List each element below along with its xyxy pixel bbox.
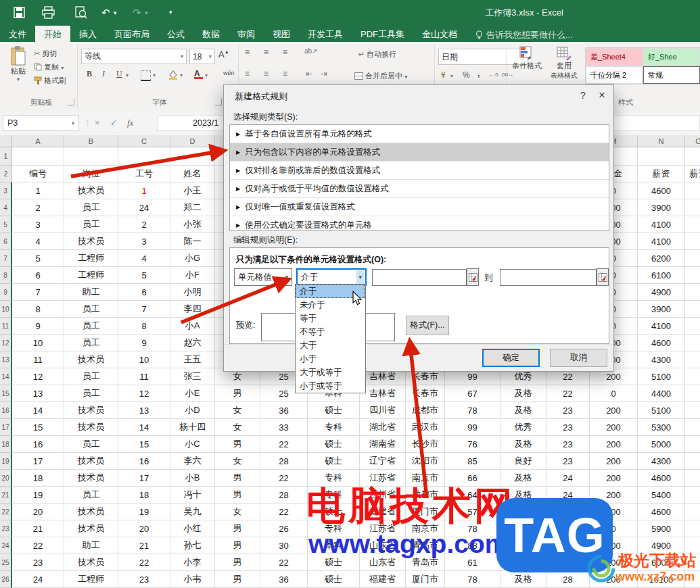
col-header-A[interactable]: A <box>12 135 64 147</box>
row-header-3[interactable]: 3 <box>0 182 12 199</box>
grid-cell-H15[interactable]: 吉林省 <box>360 385 406 402</box>
grid-cell-D22[interactable]: 吴九 <box>170 504 215 520</box>
grid-cell-D25[interactable]: 小李 <box>170 554 215 571</box>
increase-indent-icon[interactable]: ⇥ <box>321 69 327 78</box>
grid-cell-O22[interactable] <box>685 504 700 520</box>
grid-cell-M18[interactable]: 200 <box>590 436 638 453</box>
grid-cell-O7[interactable] <box>685 250 700 267</box>
grid-cell-B21[interactable]: 员工 <box>64 487 118 504</box>
grid-cell-E23[interactable]: 男 <box>215 520 260 537</box>
grid-cell-O4[interactable] <box>685 199 700 216</box>
row-header-22[interactable]: 22 <box>0 504 12 520</box>
grid-cell-N22[interactable]: 4600 <box>638 504 685 520</box>
grid-cell-O8[interactable] <box>685 267 700 284</box>
grid-cell-O20[interactable] <box>685 470 700 487</box>
grid-cell-D13[interactable]: 王五 <box>170 351 215 368</box>
grid-cell-E21[interactable]: 男 <box>215 487 260 504</box>
grid-cell-D16[interactable]: 小D <box>170 402 215 419</box>
grid-cell-A4[interactable]: 2 <box>12 199 64 216</box>
grid-cell-O12[interactable] <box>685 335 700 351</box>
grid-cell-E20[interactable]: 男 <box>215 470 260 487</box>
row-header-5[interactable]: 5 <box>0 216 12 233</box>
grid-cell-A18[interactable]: 16 <box>12 436 64 453</box>
grid-cell-A11[interactable]: 9 <box>12 318 64 335</box>
grid-cell-B3[interactable]: 技术员 <box>64 182 118 199</box>
grid-cell-O17[interactable] <box>685 419 700 436</box>
grid-cell-B15[interactable]: 员工 <box>64 385 118 402</box>
grid-cell-B22[interactable]: 技术员 <box>64 504 118 520</box>
qat-customize-icon[interactable]: ▾ <box>169 9 172 16</box>
tab-7[interactable]: 视图 <box>264 26 299 42</box>
grid-cell-D15[interactable]: 小E <box>170 385 215 402</box>
grid-cell-O11[interactable] <box>685 318 700 335</box>
grid-cell-C7[interactable]: 4 <box>118 250 170 267</box>
grid-cell-M15[interactable]: 0 <box>590 385 638 402</box>
grid-cell-D5[interactable]: 小张 <box>170 216 215 233</box>
grid-cell-B6[interactable]: 技术员 <box>64 233 118 250</box>
grid-cell-E22[interactable]: 女 <box>215 504 260 520</box>
paste-button[interactable]: 粘贴 ▾ <box>5 46 31 82</box>
grid-cell-B17[interactable]: 技术员 <box>64 419 118 436</box>
grid-cell-O23[interactable] <box>685 520 700 537</box>
grid-cell-N1[interactable] <box>638 147 685 166</box>
grid-cell-C10[interactable]: 7 <box>118 301 170 318</box>
row-header-11[interactable]: 11 <box>0 318 12 335</box>
grid-cell-I19[interactable]: 沈阳市 <box>406 453 445 470</box>
col-header-N[interactable]: N <box>638 135 685 147</box>
grid-cell-C2[interactable]: 工号 <box>118 166 170 182</box>
align-center-icon[interactable]: ≡ <box>264 69 271 78</box>
grid-cell-B20[interactable]: 技术员 <box>64 470 118 487</box>
merge-center-button[interactable]: 合并后居中 ▾ <box>354 71 407 81</box>
grid-cell-D14[interactable]: 张三 <box>170 368 215 385</box>
row-header-17[interactable]: 17 <box>0 419 12 436</box>
grid-cell-F17[interactable]: 33 <box>260 419 308 436</box>
underline-icon[interactable]: U <box>116 69 122 79</box>
grid-cell-K26[interactable]: 及格 <box>500 571 546 588</box>
grid-cell-B11[interactable]: 员工 <box>64 318 118 335</box>
fill-color-icon[interactable] <box>168 69 179 80</box>
grid-cell-B26[interactable]: 工程师 <box>64 571 118 588</box>
grid-cell-C14[interactable]: 11 <box>118 368 170 385</box>
grid-cell-F26[interactable]: 36 <box>260 571 308 588</box>
copy-button[interactable]: 复制 ▾ <box>34 62 64 72</box>
grid-cell-H19[interactable]: 辽宁省 <box>360 453 406 470</box>
align-right-icon[interactable]: ≡ <box>283 69 289 78</box>
grid-cell-A5[interactable]: 3 <box>12 216 64 233</box>
tab-4[interactable]: 公式 <box>158 26 193 42</box>
ok-button[interactable]: 确定 <box>482 349 540 367</box>
grid-cell-I15[interactable]: 长春市 <box>406 385 445 402</box>
row-header-24[interactable]: 24 <box>0 537 12 554</box>
rule-type-item-2[interactable]: ▶仅对排名靠前或靠后的数值设置格式 <box>230 162 609 180</box>
grid-cell-N14[interactable]: 5100 <box>638 368 685 385</box>
borders-dropdown-icon[interactable]: ▾ <box>153 72 156 78</box>
grid-cell-G18[interactable]: 硕士 <box>308 436 360 453</box>
font-color-dropdown-icon[interactable]: ▾ <box>205 72 208 78</box>
grid-cell-I16[interactable]: 成都市 <box>406 402 445 419</box>
grid-cell-A16[interactable]: 14 <box>12 402 64 419</box>
orientation-icon[interactable]: ab↗ <box>304 47 318 55</box>
grid-cell-G16[interactable]: 硕士 <box>308 402 360 419</box>
grid-cell-H16[interactable]: 四川省 <box>360 402 406 419</box>
rule-type-item-0[interactable]: ▶基于各自值设置所有单元格的格式 <box>230 125 609 143</box>
grid-cell-K18[interactable]: 及格 <box>500 436 546 453</box>
grid-cell-O13[interactable] <box>685 351 700 368</box>
value1-input[interactable] <box>372 269 467 286</box>
grid-cell-N5[interactable]: 4100 <box>638 216 685 233</box>
operator-option-4[interactable]: 大于 <box>296 339 365 352</box>
format-painter-button[interactable]: 格式刷 <box>34 76 66 86</box>
grid-cell-D10[interactable]: 李四 <box>170 301 215 318</box>
grid-cell-C5[interactable]: 2 <box>118 216 170 233</box>
grid-cell-B12[interactable]: 员工 <box>64 335 118 351</box>
grid-cell-B14[interactable]: 员工 <box>64 368 118 385</box>
grid-cell-I17[interactable]: 武汉市 <box>406 419 445 436</box>
col-header-D[interactable]: D <box>170 135 215 147</box>
grid-cell-M17[interactable]: 200 <box>590 419 638 436</box>
grid-cell-A20[interactable]: 18 <box>12 470 64 487</box>
grid-cell-O5[interactable] <box>685 216 700 233</box>
grid-cell-N23[interactable]: 5900 <box>638 520 685 537</box>
grid-cell-J26[interactable]: 78 <box>445 571 500 588</box>
grid-cell-B8[interactable]: 工程师 <box>64 267 118 284</box>
grid-cell-J16[interactable]: 78 <box>445 402 500 419</box>
grid-cell-A25[interactable]: 23 <box>12 554 64 571</box>
rule-type-item-3[interactable]: ▶仅对高于或低于平均值的数值设置格式 <box>230 180 609 198</box>
